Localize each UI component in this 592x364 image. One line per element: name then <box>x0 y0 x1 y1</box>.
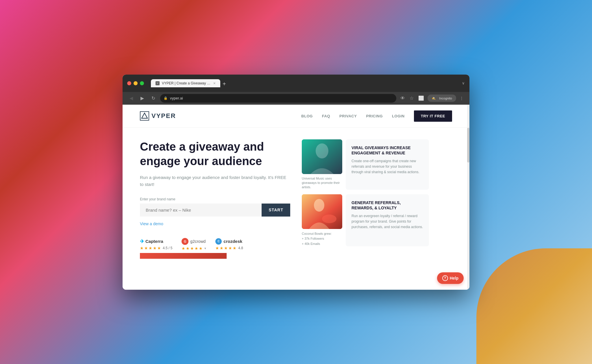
crozdesk-name: crozdesk <box>223 239 242 244</box>
g2-star-1: ★ <box>182 246 185 251</box>
help-button[interactable]: ? Help <box>437 272 464 284</box>
tab-favicon: V <box>156 81 160 85</box>
card-image-music <box>302 139 342 174</box>
browser-chrome: V VYPER | Create a Giveaway or... × + ∨ <box>123 75 469 92</box>
review-badge-crozdesk: C crozdesk ★ ★ ★ ★ ★ 4.8 <box>215 238 243 250</box>
view-demo-link[interactable]: View a demo <box>140 221 163 226</box>
svg-point-2 <box>316 143 328 158</box>
navbar: VYPER BLOG FAQ PRIVACY PRICING LOGIN TRY… <box>123 105 469 128</box>
card-caption-music: Universal Music uses giveaways to promot… <box>302 176 342 190</box>
crozdesk-icon: C <box>215 238 222 245</box>
traffic-lights <box>127 81 144 85</box>
g2-dropdown[interactable]: ▾ <box>204 246 206 250</box>
coconut-caption-line3: + 40k Emails <box>302 242 320 245</box>
url-text: vyper.ai <box>170 96 183 100</box>
lock-icon: 🔒 <box>164 96 168 100</box>
star-1: ★ <box>140 246 144 250</box>
eye-slash-icon: 👁 <box>399 95 406 102</box>
star-3: ★ <box>149 246 152 250</box>
g2-logo: G g2crowd <box>182 238 206 245</box>
coconut-caption-line2: + 37k Followers <box>302 237 324 240</box>
crozdesk-brand: C crozdesk <box>215 238 242 245</box>
bottom-bar <box>140 253 227 259</box>
nav-links: BLOG FAQ PRIVACY PRICING LOGIN TRY IT FR… <box>301 110 452 122</box>
close-window-button[interactable] <box>127 81 131 85</box>
nav-login[interactable]: LOGIN <box>392 114 405 118</box>
browser-window: V VYPER | Create a Giveaway or... × + ∨ … <box>123 75 469 290</box>
card-referrals-text: Run an evergreen loyalty / referral / re… <box>352 213 423 230</box>
crozdesk-star-2: ★ <box>220 246 223 250</box>
crozdesk-star-3: ★ <box>224 246 228 250</box>
star-5: ★ <box>157 246 161 250</box>
back-button[interactable]: ◀ <box>127 94 135 102</box>
review-badges: ✈ Capterra ★ ★ ★ ★ ★ 4.5 / 5 <box>140 238 290 251</box>
more-options-icon[interactable]: ⋮ <box>458 95 465 102</box>
incognito-icon: 🕵 <box>430 95 437 101</box>
g2-brand: G g2crowd <box>182 238 206 245</box>
capterra-stars: ★ ★ ★ ★ ★ 4.5 / 5 <box>140 246 172 250</box>
star-4: ★ <box>153 246 157 250</box>
svg-point-5 <box>322 215 336 223</box>
browser-tabs: V VYPER | Create a Giveaway or... × + <box>151 79 458 87</box>
card-viral-title: VIRAL GIVEAWAYS INCREASE ENGAGEMENT & RE… <box>352 145 423 156</box>
review-badge-capterra: ✈ Capterra ★ ★ ★ ★ ★ 4.5 / 5 <box>140 238 172 250</box>
hero-section: Create a giveaway and engage your audien… <box>140 139 290 259</box>
help-label: Help <box>450 276 458 280</box>
crozdesk-stars: ★ ★ ★ ★ ★ 4.8 <box>215 246 243 250</box>
g2-star-2: ★ <box>186 246 190 251</box>
g2-stars: ★ ★ ★ ★ ★ ▾ <box>182 246 206 251</box>
g2-star-4: ★ <box>195 246 198 251</box>
address-bar[interactable]: 🔒 vyper.ai <box>160 94 396 103</box>
nav-pricing[interactable]: PRICING <box>366 114 383 118</box>
try-free-button[interactable]: TRY IT FREE <box>414 110 452 122</box>
tab-title: VYPER | Create a Giveaway or... <box>162 81 211 85</box>
card-caption-coconut: Coconut Bowls grew: + 37k Followers + 40… <box>302 231 342 247</box>
crozdesk-star-5: ★ <box>233 246 236 250</box>
logo-text: VYPER <box>151 112 176 120</box>
crozdesk-star-4: ★ <box>228 246 232 250</box>
coconut-person-svg <box>302 194 342 229</box>
main-content: Create a giveaway and engage your audien… <box>123 128 469 270</box>
crozdesk-rating: 4.8 <box>238 246 243 250</box>
page-content: VYPER BLOG FAQ PRIVACY PRICING LOGIN TRY… <box>123 105 469 290</box>
capterra-brand: ✈ Capterra <box>140 238 163 245</box>
card-info-viral: VIRAL GIVEAWAYS INCREASE ENGAGEMENT & RE… <box>346 139 429 190</box>
hero-subtitle: Run a giveaway to engage your audience a… <box>140 174 290 188</box>
new-tab-button[interactable]: + <box>223 81 226 87</box>
card-referrals-loyalty: Coconut Bowls grew: + 37k Followers + 40… <box>302 194 429 247</box>
capterra-icon: ✈ <box>140 238 144 245</box>
hero-title: Create a giveaway and engage your audien… <box>140 139 290 168</box>
refresh-button[interactable]: ↻ <box>149 94 157 102</box>
music-person-svg <box>302 139 342 174</box>
nav-faq[interactable]: FAQ <box>322 114 330 118</box>
card-viral-text: Create one-off campaigns that create new… <box>352 158 423 175</box>
help-icon: ? <box>442 275 448 281</box>
tab-close-icon[interactable]: × <box>213 81 216 86</box>
minimize-window-button[interactable] <box>134 81 138 85</box>
start-button[interactable]: START <box>262 204 290 217</box>
browser-tab-active[interactable]: V VYPER | Create a Giveaway or... × <box>151 79 220 87</box>
nav-blog[interactable]: BLOG <box>301 114 313 118</box>
universal-music-image <box>302 139 342 174</box>
cards-section: Universal Music uses giveaways to promot… <box>302 139 429 247</box>
logo: VYPER <box>140 111 176 121</box>
bookmark-icon[interactable]: ☆ <box>408 94 415 102</box>
tablet-icon[interactable]: ⬜ <box>417 94 425 102</box>
g2-name: g2crowd <box>190 239 206 244</box>
star-2: ★ <box>144 246 148 250</box>
forward-button[interactable]: ▶ <box>138 94 146 102</box>
g2-star-5: ★ <box>199 246 203 251</box>
scrollbar-thumb[interactable] <box>467 128 469 162</box>
scrollbar-track[interactable] <box>467 105 469 290</box>
incognito-badge: 🕵 Incognito <box>428 95 456 102</box>
maximize-window-button[interactable] <box>140 81 144 85</box>
incognito-label: Incognito <box>438 95 453 101</box>
nav-privacy[interactable]: PRIVACY <box>339 114 357 118</box>
coconut-caption-line1: Coconut Bowls grew: <box>302 232 332 235</box>
card-viral-giveaways: Universal Music uses giveaways to promot… <box>302 139 429 190</box>
crozdesk-logo: C crozdesk <box>215 238 242 245</box>
browser-toolbar: ◀ ▶ ↻ 🔒 vyper.ai 👁 ☆ ⬜ 🕵 Incognito ⋮ <box>123 92 469 105</box>
tab-expand-icon[interactable]: ∨ <box>462 81 465 85</box>
brand-name-input[interactable] <box>140 204 262 217</box>
svg-marker-0 <box>142 113 147 118</box>
